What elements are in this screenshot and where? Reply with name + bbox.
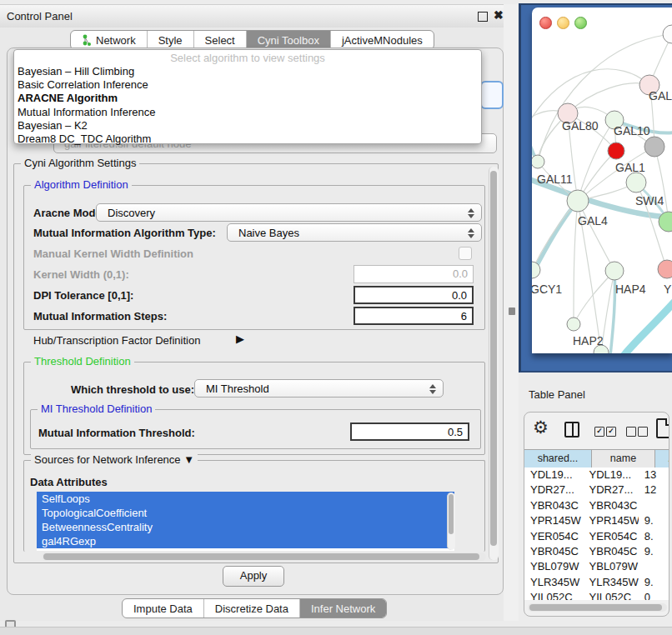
network-node[interactable] <box>532 155 544 168</box>
table-cell: YBR045C <box>524 544 584 559</box>
algorithm-option[interactable]: Dream8 DC_TDC Algorithm <box>14 132 481 146</box>
unchecked-checkbox-icon[interactable] <box>638 427 648 437</box>
table-row[interactable]: YDR27...YDR27...12 <box>524 482 669 498</box>
attribute-item-selected[interactable]: BetweennessCentrality <box>37 520 454 534</box>
document-icon[interactable] <box>656 418 669 438</box>
mi-type-combo[interactable]: Naive Bayes <box>227 223 482 242</box>
table-row[interactable]: YIL052CYIL052C0 <box>524 590 669 600</box>
close-panel-icon[interactable]: ✖ <box>494 8 504 22</box>
network-node[interactable] <box>658 260 672 278</box>
attributes-scrollbar-track[interactable] <box>447 492 455 550</box>
divider-collapse-handle[interactable] <box>509 308 515 315</box>
gear-icon[interactable]: ⚙ <box>533 418 549 438</box>
settings-scrollbar-track[interactable] <box>489 167 499 560</box>
network-node[interactable] <box>626 172 646 192</box>
table-cell: YER054C <box>584 529 639 544</box>
network-node[interactable] <box>663 25 672 43</box>
network-node[interactable] <box>605 262 624 280</box>
table-row[interactable]: YBR043CYBR043C <box>524 498 669 513</box>
float-panel-icon[interactable] <box>478 12 488 22</box>
table-body: YDL19...YDL19...13YDR27...YDR27...12YBR0… <box>524 468 669 600</box>
attributes-scrollbar-thumb[interactable] <box>449 494 454 534</box>
node-label: HAP2 <box>573 334 604 348</box>
combo-arrows-icon <box>429 383 436 395</box>
network-node[interactable] <box>608 142 624 159</box>
table-row[interactable]: YER054CYER054C8. <box>524 529 669 544</box>
network-canvas[interactable]: GALGAL80GAL10GAL1GAL11SWI4GAL4GCY1HAP4YH… <box>532 8 672 353</box>
zoom-window-icon[interactable] <box>574 17 587 29</box>
hub-definition-label[interactable]: Hub/Transcription Factor Definition <box>33 334 200 347</box>
algorithm-option[interactable]: Mutual Information Inference <box>14 106 481 119</box>
columns-icon[interactable] <box>564 422 579 438</box>
node-label: Y <box>664 282 672 296</box>
table-row[interactable]: YBL079WYBL079W <box>524 559 669 574</box>
table-cell: YIL052C <box>584 590 639 600</box>
algorithm-option[interactable]: Basic Correlation Inference <box>14 78 481 92</box>
checked-checkbox-icon[interactable]: ✓ <box>606 427 616 437</box>
column-header-shared[interactable]: shared... <box>524 450 592 468</box>
bottom-tab-impute-data[interactable]: Impute Data <box>123 599 203 618</box>
expand-right-icon[interactable]: ▶ <box>236 332 244 345</box>
checked-checkbox-icon[interactable]: ✓ <box>594 427 604 437</box>
tab-select[interactable]: Select <box>193 31 246 49</box>
tab-network[interactable]: Network <box>71 31 147 49</box>
column-header-a[interactable]: A <box>655 450 669 468</box>
aracne-mode-label: Aracne Mode: <box>33 207 105 219</box>
algorithm-list: Bayesian – Hill ClimbingBasic Correlatio… <box>14 65 481 146</box>
mi-threshold-field[interactable]: 0.5 <box>350 422 469 441</box>
algorithm-option[interactable]: Bayesian – K2 <box>14 119 481 132</box>
table-row[interactable]: YPR145WYPR145W9. <box>524 513 669 528</box>
table-cell: YPR145W <box>524 513 584 528</box>
table-hscrollbar-thumb[interactable] <box>529 604 662 611</box>
algorithm-dropdown-popup: Select algorithm to view settings Bayesi… <box>13 49 482 144</box>
attribute-item-selected[interactable]: gal4RGexp <box>37 534 454 548</box>
network-node[interactable] <box>567 318 580 331</box>
tab-style[interactable]: Style <box>147 31 193 49</box>
close-window-icon[interactable] <box>539 17 552 29</box>
apply-button[interactable]: Apply <box>223 566 284 587</box>
combo-arrows-icon <box>468 208 474 219</box>
attribute-item-selected[interactable]: SelfLoops <box>37 492 454 506</box>
tab-jactivemnodules[interactable]: jActiveMNodules <box>330 31 434 49</box>
settings-hscrollbar-thumb[interactable] <box>43 553 479 560</box>
table-row[interactable]: YDL19...YDL19...13 <box>524 468 669 482</box>
algorithm-option[interactable]: Bayesian – Hill Climbing <box>14 65 481 78</box>
node-label: GAL80 <box>562 119 599 132</box>
table-row[interactable]: YBR045CYBR045C9. <box>524 544 669 559</box>
algorithm-option[interactable]: ARACNE Algorithm <box>14 92 481 105</box>
sources-title[interactable]: Sources for Network Inference ▼ <box>31 453 198 466</box>
table-cell: 9. <box>639 544 669 559</box>
which-threshold-combo[interactable]: MI Threshold <box>194 379 444 398</box>
tab-label: Infer Network <box>311 602 375 615</box>
which-threshold-label: Which threshold to use: <box>71 383 194 396</box>
network-node[interactable] <box>644 137 664 157</box>
network-view-window[interactable]: GALGAL80GAL10GAL1GAL11SWI4GAL4GCY1HAP4YH… <box>532 8 672 353</box>
dpi-tolerance-field[interactable]: 0.0 <box>354 286 474 304</box>
mi-steps-field[interactable]: 6 <box>354 307 474 325</box>
table-cell: 13 <box>639 468 669 482</box>
table-cell: YBL079W <box>584 559 639 574</box>
unchecked-checkbox-icon[interactable] <box>626 427 636 437</box>
tab-label: Impute Data <box>133 602 193 615</box>
attribute-item-selected[interactable]: TopologicalCoefficient <box>37 506 454 520</box>
network-node[interactable] <box>567 190 589 212</box>
settings-scrollbar-thumb[interactable] <box>490 171 497 546</box>
column-header-name[interactable]: name <box>592 450 655 468</box>
settings-hscrollbar-track[interactable] <box>42 552 486 561</box>
aracne-mode-combo[interactable]: Discovery <box>96 203 482 222</box>
bottom-tab-infer-network[interactable]: Infer Network <box>299 599 386 618</box>
data-attributes-list[interactable]: SelfLoopsTopologicalCoefficientBetweenne… <box>37 492 454 551</box>
tab-cyni-toolbox[interactable]: Cyni Toolbox <box>246 31 330 49</box>
threshold-definition-title: Threshold Definition <box>31 355 134 368</box>
minimize-window-icon[interactable] <box>557 17 569 29</box>
table-hscrollbar-track[interactable] <box>528 603 667 612</box>
dpi-tolerance-label: DPI Tolerance [0,1]: <box>33 289 133 302</box>
manual-kernel-checkbox[interactable] <box>459 247 472 260</box>
table-row[interactable]: YLR345WYLR345W9. <box>524 575 669 590</box>
collapse-down-icon[interactable]: ▼ <box>183 453 194 466</box>
algorithm-definition-title: Algorithm Definition <box>31 178 132 191</box>
kernel-width-field[interactable]: 0.0 <box>354 265 474 283</box>
tab-label: Style <box>158 34 183 47</box>
bottom-tab-discretize-data[interactable]: Discretize Data <box>203 599 299 618</box>
node-label: GAL4 <box>578 214 608 228</box>
